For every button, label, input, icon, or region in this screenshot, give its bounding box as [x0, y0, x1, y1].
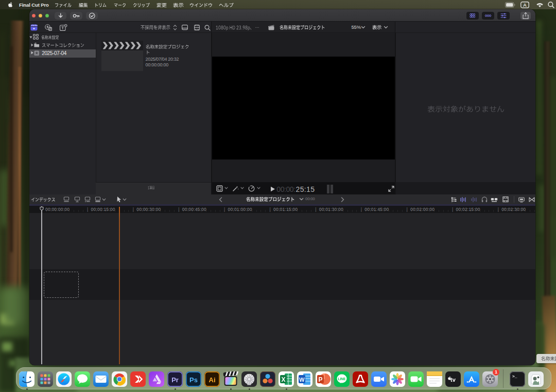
svg-text:Ai: Ai	[209, 376, 216, 384]
svg-text:Pr: Pr	[171, 376, 179, 384]
svg-text:LINE: LINE	[338, 377, 346, 381]
svg-text:tv: tv	[450, 377, 456, 383]
svg-text:>_: >_	[512, 374, 517, 379]
svg-text:A: A	[523, 2, 527, 8]
svg-text:W: W	[299, 377, 305, 383]
svg-text:X: X	[281, 376, 285, 383]
svg-text:P: P	[318, 376, 322, 383]
svg-text:Ps: Ps	[189, 376, 198, 384]
